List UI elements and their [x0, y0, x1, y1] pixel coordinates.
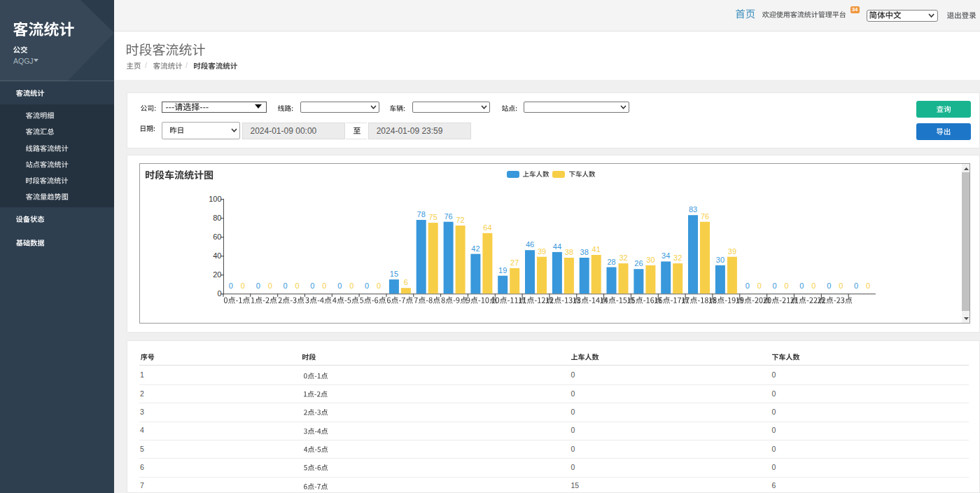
svg-text:0: 0: [284, 282, 288, 290]
svg-text:0: 0: [310, 282, 314, 290]
svg-text:32: 32: [673, 254, 682, 262]
svg-text:19: 19: [498, 266, 507, 275]
svg-text:0: 0: [772, 282, 776, 290]
svg-text:0: 0: [322, 282, 326, 290]
svg-text:32: 32: [619, 254, 627, 262]
svg-text:75: 75: [429, 213, 438, 221]
svg-text:30: 30: [646, 256, 654, 264]
svg-text:0: 0: [365, 282, 369, 290]
svg-text:0: 0: [746, 282, 750, 290]
svg-text:44: 44: [553, 242, 561, 251]
svg-text:20: 20: [213, 270, 221, 279]
svg-text:27: 27: [510, 258, 519, 267]
svg-text:42: 42: [471, 244, 479, 253]
svg-text:0: 0: [268, 282, 272, 290]
svg-text:83: 83: [689, 205, 697, 214]
svg-text:0: 0: [241, 282, 245, 290]
svg-text:0: 0: [839, 282, 843, 290]
svg-text:0: 0: [337, 282, 342, 290]
svg-text:34: 34: [662, 251, 670, 260]
svg-text:0: 0: [757, 282, 762, 290]
svg-text:41: 41: [592, 245, 601, 254]
svg-text:6: 6: [404, 278, 408, 286]
svg-text:39: 39: [538, 247, 546, 256]
svg-text:100: 100: [209, 195, 221, 203]
svg-text:0: 0: [854, 282, 858, 290]
svg-text:64: 64: [483, 223, 491, 232]
svg-text:60: 60: [213, 232, 221, 241]
svg-text:0: 0: [377, 282, 381, 290]
svg-text:0: 0: [229, 282, 233, 290]
svg-text:78: 78: [417, 210, 426, 218]
svg-text:28: 28: [607, 258, 615, 266]
svg-text:80: 80: [213, 214, 221, 222]
svg-text:40: 40: [213, 251, 221, 260]
svg-text:0: 0: [866, 282, 870, 290]
svg-text:72: 72: [456, 216, 464, 224]
svg-text:0: 0: [349, 282, 354, 290]
svg-text:0: 0: [295, 282, 300, 290]
svg-text:76: 76: [701, 212, 709, 221]
svg-text:0: 0: [827, 282, 831, 290]
svg-text:0: 0: [811, 282, 816, 290]
svg-text:30: 30: [716, 256, 724, 264]
svg-text:15: 15: [390, 270, 398, 278]
svg-text:0: 0: [256, 282, 260, 290]
svg-text:76: 76: [444, 212, 452, 221]
svg-text:0: 0: [217, 289, 221, 298]
svg-text:39: 39: [728, 247, 736, 256]
svg-text:0: 0: [799, 282, 804, 290]
svg-text:38: 38: [565, 248, 573, 256]
svg-text:0: 0: [784, 282, 788, 290]
svg-text:38: 38: [580, 248, 589, 256]
svg-text:46: 46: [526, 240, 534, 249]
svg-text:26: 26: [634, 259, 643, 268]
